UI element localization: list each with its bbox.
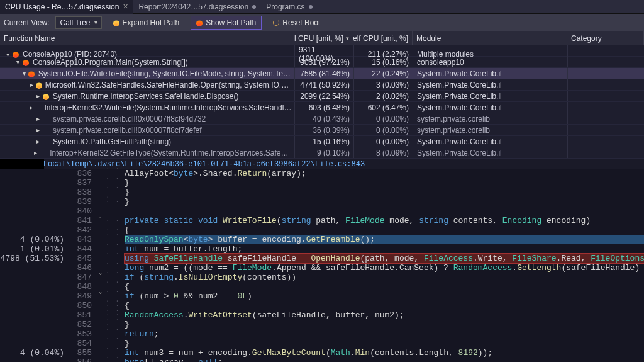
dot-icon [309, 5, 313, 9]
button-label: Reset Root [282, 18, 320, 27]
expander-closed-icon[interactable]: ▸ [34, 127, 42, 133]
tab-program-cs[interactable]: Program.cs [261, 0, 317, 14]
column-self-cpu[interactable]: Self CPU [unit, %] [353, 31, 413, 45]
table-row[interactable]: ▸Interop+Kernel32.GetFileType(System.Run… [0, 147, 644, 159]
total-cpu-cell: 36 (0.39%) [294, 125, 353, 135]
code-text: } [125, 188, 644, 197]
function-name: Interop+Kernel32.WriteFile(System.Runtim… [44, 103, 292, 112]
sort-desc-icon: ▾ [346, 35, 349, 42]
file-path[interactable]: \AppData\Local\Temp\.dwsrc\File\28246b36… [0, 159, 644, 169]
category-cell [567, 79, 644, 90]
expand-hot-path-button[interactable]: Expand Hot Path [108, 16, 185, 30]
self-cpu-cell: 602 (6.47%) [353, 102, 413, 113]
line-number: 853 [70, 329, 96, 339]
function-icon [42, 137, 50, 146]
column-category[interactable]: Category [567, 31, 644, 45]
table-row[interactable]: ▾ConsoleApp10 (PID: 28740)9311 (100.00%)… [0, 45, 644, 57]
table-row[interactable]: ▸System.Runtime.InteropServices.SafeHand… [0, 91, 644, 102]
expander-closed-icon[interactable]: ▸ [28, 104, 35, 111]
module-cell: System.Private.CoreLib.il [413, 136, 567, 147]
code-text: byte[] array = null; [125, 358, 644, 362]
category-cell [567, 102, 644, 113]
line-number: 849 [70, 291, 96, 301]
code-line[interactable]: 838· · ·} [0, 188, 644, 197]
code-line[interactable]: 847˅· · ·if (string.IsNullOrEmpty(conten… [0, 273, 644, 282]
code-text: } [125, 178, 644, 188]
function-name: system.private.corelib.dll!0x00007ff8cf7… [53, 126, 202, 135]
code-text: RandomAccess.WriteAtOffset(safeFileHandl… [125, 310, 644, 320]
code-line[interactable]: 839· ·} [0, 197, 644, 206]
column-module[interactable]: Module [413, 31, 567, 45]
table-row[interactable]: ▾ConsoleApp10.Program.Main(System.String… [0, 57, 644, 68]
expander-open-icon[interactable]: ▾ [21, 70, 28, 77]
function-name: Interop+Kernel32.GetFileType(System.Runt… [50, 149, 292, 157]
code-line[interactable]: 841˅· ·private static void WriteToFile(s… [0, 216, 644, 225]
total-cpu-cell: 9 (0.10%) [294, 147, 353, 158]
fold-icon[interactable]: ˅ [96, 216, 106, 225]
hot-metric: 1 (0.01%) [0, 244, 70, 254]
function-icon [42, 126, 50, 135]
table-row[interactable]: ▸System.IO.Path.GetFullPath(string)15 (0… [0, 136, 644, 147]
line-number: 840 [70, 206, 96, 216]
category-cell [567, 68, 644, 79]
code-line[interactable]: 848· · ·{ [0, 282, 644, 291]
table-row[interactable]: ▸system.private.corelib.dll!0x00007ff8cf… [0, 125, 644, 136]
table-row[interactable]: ▸Interop+Kernel32.WriteFile(System.Runti… [0, 102, 644, 113]
total-cpu-cell: 9051 (97.21%) [294, 57, 353, 67]
module-cell: System.Private.CoreLib.il [413, 91, 567, 101]
module-cell: system.private.corelib [413, 125, 567, 135]
line-number: 847 [70, 273, 96, 282]
line-number: 851 [70, 310, 96, 320]
tab-label: CPU Usage - Re…57.diagsession [5, 3, 119, 11]
total-cpu-cell: 2099 (22.54%) [294, 91, 353, 101]
code-line[interactable]: 837· · · ·} [0, 178, 644, 188]
button-label: Expand Hot Path [123, 18, 180, 27]
flame-icon [196, 19, 203, 26]
table-row[interactable]: ▾System.IO.File.WriteToFile(string, Syst… [0, 68, 644, 79]
expander-closed-icon[interactable]: ▸ [29, 81, 35, 88]
self-cpu-cell: 22 (0.24%) [353, 68, 413, 79]
code-line[interactable]: 850· · · ·{ [0, 301, 644, 310]
fold-icon[interactable]: ˅ [96, 273, 106, 282]
code-line[interactable]: 840 [0, 206, 644, 216]
line-number: 844 [70, 244, 96, 254]
expander-closed-icon[interactable]: ▸ [34, 138, 42, 145]
code-line[interactable]: 4798 (51.53%)845· · ·using SafeFileHandl… [0, 254, 644, 263]
column-total-cpu[interactable]: Total CPU [unit, %] ▾ [294, 31, 353, 45]
expander-closed-icon[interactable]: ▸ [32, 149, 39, 156]
code-line[interactable]: 846· · ·long num2 = ((mode == FileMode.A… [0, 263, 644, 273]
table-row[interactable]: ▸Microsoft.Win32.SafeHandles.SafeFileHan… [0, 79, 644, 91]
show-hot-path-button[interactable]: Show Hot Path [191, 16, 262, 30]
expander-closed-icon[interactable]: ▸ [34, 93, 42, 99]
indent-guide: · · [106, 216, 125, 225]
code-text: { [125, 225, 644, 235]
code-line[interactable]: 854· · ·} [0, 339, 644, 348]
expander-closed-icon[interactable]: ▸ [34, 115, 42, 122]
tab-report[interactable]: Report2024042…57.diagsession [133, 0, 261, 14]
code-line[interactable]: 856· · ·byte[] array = null; [0, 358, 644, 362]
line-number: 838 [70, 188, 96, 197]
expander-open-icon[interactable]: ▾ [14, 59, 21, 65]
code-line[interactable]: 851· · · · ·RandomAccess.WriteAtOffset(s… [0, 310, 644, 320]
close-icon[interactable]: ✕ [123, 3, 128, 11]
code-line[interactable]: 853· · · ·return; [0, 329, 644, 339]
column-function-name[interactable]: Function Name [0, 31, 294, 45]
code-line[interactable]: 842· ·{ [0, 225, 644, 235]
fold-icon[interactable]: ˅ [96, 291, 106, 301]
reset-root-button[interactable]: Reset Root [268, 16, 325, 30]
function-name: System.IO.Path.GetFullPath(string) [53, 137, 171, 146]
self-cpu-cell: 15 (0.16%) [353, 57, 413, 67]
tab-cpu-usage[interactable]: CPU Usage - Re…57.diagsession ✕ [0, 0, 133, 14]
code-line[interactable]: 849˅· · · ·if (num > 0 && num2 == 0L) [0, 291, 644, 301]
code-line[interactable]: 4 (0.04%)843· · ·ReadOnlySpan<byte> buff… [0, 235, 644, 244]
module-cell: System.Private.CoreLib.il [413, 147, 567, 158]
total-cpu-cell: 4741 (50.92%) [294, 79, 353, 90]
code-text: using SafeFileHandle safeFileHandle = Op… [125, 254, 644, 263]
code-line[interactable]: 1 (0.01%)844· · ·int num = buffer.Length… [0, 244, 644, 254]
code-line[interactable]: 836· · · ·AllayFoot<byte>.Shared.Return(… [0, 169, 644, 178]
code-line[interactable]: 852· · · ·} [0, 320, 644, 329]
current-view-select[interactable]: Call Tree ▾ [55, 16, 101, 29]
table-row[interactable]: ▸system.private.corelib.dll!0x00007ff8cf… [0, 113, 644, 125]
code-text: private static void WriteToFile(string p… [125, 216, 644, 225]
code-line[interactable]: 4 (0.04%)855· · ·int num3 = num + encodi… [0, 348, 644, 358]
